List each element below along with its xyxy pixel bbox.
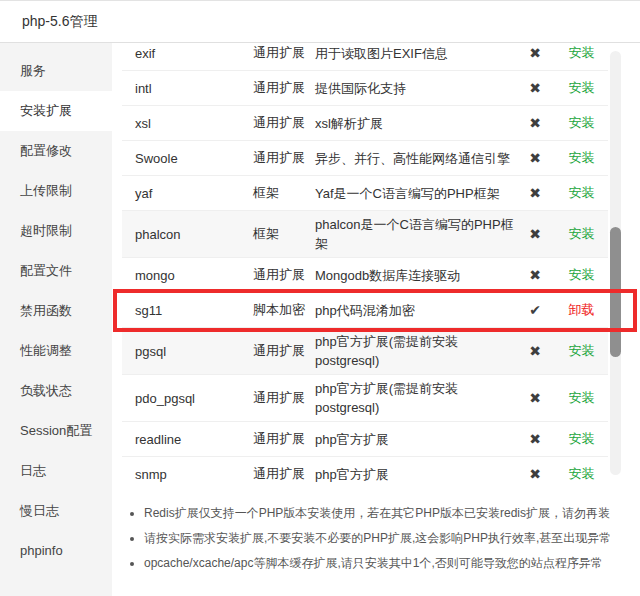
sidebar-item-label: Session配置: [20, 423, 92, 438]
sidebar-item-日志[interactable]: 日志: [0, 451, 112, 491]
extension-description: php官方扩展(需提前安装postgresql): [315, 379, 515, 417]
sidebar-item-配置文件[interactable]: 配置文件: [0, 251, 112, 291]
extension-description: Mongodb数据库连接驱动: [315, 266, 515, 285]
extension-description: php官方扩展(需提前安装postgresql): [315, 332, 515, 370]
extension-name: sg11: [135, 303, 253, 318]
extension-type: 通用扩展: [253, 114, 315, 132]
install-link-yaf[interactable]: 安装: [569, 185, 595, 200]
sidebar-item-上传限制[interactable]: 上传限制: [0, 171, 112, 211]
check-icon: ✔: [529, 302, 541, 318]
php-manage-dialog: php-5.6管理 服务 安装扩展 配置修改 上传限制 超时限制 配置文件 禁用…: [0, 0, 640, 596]
sidebar-item-安装扩展[interactable]: 安装扩展: [0, 91, 112, 131]
extension-description: phalcon是一个C语言编写的PHP框架: [315, 215, 515, 253]
sidebar-item-label: 负载状态: [20, 383, 72, 398]
sidebar-item-超时限制[interactable]: 超时限制: [0, 211, 112, 251]
sidebar-item-label: 上传限制: [20, 183, 72, 198]
cross-icon: ✖: [529, 390, 541, 406]
notes-section: Redis扩展仅支持一个PHP版本安装使用，若在其它PHP版本已安装redis扩…: [128, 501, 632, 576]
extension-description: xsl解析扩展: [315, 114, 515, 133]
table-row-exif: exif 通用扩展 用于读取图片EXIF信息 ✖ 安装: [122, 43, 608, 71]
table-row-snmp: snmp 通用扩展 php官方扩展 ✖ 安装: [122, 457, 608, 483]
sidebar-item-label: 配置文件: [20, 263, 72, 278]
extension-type: 通用扩展: [253, 430, 315, 448]
scrollbar-track[interactable]: [610, 51, 621, 475]
install-link-mongo[interactable]: 安装: [569, 267, 595, 282]
dialog-titlebar: php-5.6管理: [0, 1, 640, 43]
install-link-readline[interactable]: 安装: [569, 431, 595, 446]
sidebar-item-Session配置[interactable]: Session配置: [0, 411, 112, 451]
extension-name: yaf: [135, 186, 253, 201]
extension-type: 通用扩展: [253, 149, 315, 167]
sidebar-item-label: 禁用函数: [20, 303, 72, 318]
table-row-intl: intl 通用扩展 提供国际化支持 ✖ 安装: [122, 71, 608, 106]
content-panel: exif 通用扩展 用于读取图片EXIF信息 ✖ 安装 intl 通用扩展 提供…: [112, 43, 640, 596]
install-link-xsl[interactable]: 安装: [569, 115, 595, 130]
table-row-pgsql: pgsql 通用扩展 php官方扩展(需提前安装postgresql) ✖ 安装: [122, 328, 608, 375]
cross-icon: ✖: [529, 150, 541, 166]
sidebar-item-label: 配置修改: [20, 143, 72, 158]
cross-icon: ✖: [529, 185, 541, 201]
extension-type: 脚本加密: [253, 301, 315, 319]
dialog-title: php-5.6管理: [22, 13, 97, 31]
table-row-Swoole: Swoole 通用扩展 异步、并行、高性能网络通信引擎 ✖ 安装: [122, 141, 608, 176]
sidebar-item-配置修改[interactable]: 配置修改: [0, 131, 112, 171]
extension-name: pgsql: [135, 344, 253, 359]
extensions-table: exif 通用扩展 用于读取图片EXIF信息 ✖ 安装 intl 通用扩展 提供…: [122, 43, 608, 483]
scrollbar-thumb[interactable]: [610, 227, 621, 357]
extension-description: php代码混淆加密: [315, 301, 515, 320]
note-item: opcache/xcache/apc等脚本缓存扩展,请只安装其中1个,否则可能导…: [144, 551, 632, 576]
install-link-snmp[interactable]: 安装: [569, 466, 595, 481]
cross-icon: ✖: [529, 226, 541, 242]
extension-name: xsl: [135, 116, 253, 131]
sidebar-item-label: 慢日志: [20, 503, 59, 518]
table-row-pdo_pgsql: pdo_pgsql 通用扩展 php官方扩展(需提前安装postgresql) …: [122, 375, 608, 422]
cross-icon: ✖: [529, 267, 541, 283]
extension-type: 通用扩展: [253, 465, 315, 483]
sidebar-item-label: 日志: [20, 463, 46, 478]
sidebar-item-服务[interactable]: 服务: [0, 51, 112, 91]
sidebar-item-label: 服务: [20, 63, 46, 78]
table-row-mongo: mongo 通用扩展 Mongodb数据库连接驱动 ✖ 安装: [122, 258, 608, 293]
cross-icon: ✖: [529, 431, 541, 447]
sidebar-item-label: 性能调整: [20, 343, 72, 358]
extension-description: php官方扩展: [315, 465, 515, 484]
sidebar-item-phpinfo[interactable]: phpinfo: [0, 531, 112, 571]
sidebar-item-性能调整[interactable]: 性能调整: [0, 331, 112, 371]
extension-description: php官方扩展: [315, 430, 515, 449]
sidebar: 服务 安装扩展 配置修改 上传限制 超时限制 配置文件 禁用函数 性能调整 负载…: [0, 43, 112, 596]
sidebar-item-负载状态[interactable]: 负载状态: [0, 371, 112, 411]
table-row-readline: readline 通用扩展 php官方扩展 ✖ 安装: [122, 422, 608, 457]
cross-icon: ✖: [529, 80, 541, 96]
uninstall-link-sg11[interactable]: 卸载: [569, 302, 595, 317]
install-link-Swoole[interactable]: 安装: [569, 150, 595, 165]
extension-type: 通用扩展: [253, 44, 315, 62]
table-row-phalcon: phalcon 框架 phalcon是一个C语言编写的PHP框架 ✖ 安装: [122, 211, 608, 258]
extension-name: phalcon: [135, 227, 253, 242]
extension-description: 提供国际化支持: [315, 79, 515, 98]
extension-name: readline: [135, 432, 253, 447]
extension-name: exif: [135, 46, 253, 61]
sidebar-item-label: 超时限制: [20, 223, 72, 238]
sidebar-item-label: 安装扩展: [20, 103, 72, 118]
install-link-exif[interactable]: 安装: [569, 45, 595, 60]
install-link-intl[interactable]: 安装: [569, 80, 595, 95]
extension-name: snmp: [135, 467, 253, 482]
note-item: 请按实际需求安装扩展,不要安装不必要的PHP扩展,这会影响PHP执行效率,甚至出…: [144, 526, 632, 551]
cross-icon: ✖: [529, 45, 541, 61]
extension-name: intl: [135, 81, 253, 96]
install-link-pgsql[interactable]: 安装: [569, 343, 595, 358]
install-link-phalcon[interactable]: 安装: [569, 226, 595, 241]
sidebar-item-禁用函数[interactable]: 禁用函数: [0, 291, 112, 331]
sidebar-item-label: phpinfo: [20, 543, 63, 558]
extension-type: 框架: [253, 184, 315, 202]
cross-icon: ✖: [529, 466, 541, 482]
cross-icon: ✖: [529, 343, 541, 359]
extension-description: Yaf是一个C语言编写的PHP框架: [315, 184, 515, 203]
table-row-xsl: xsl 通用扩展 xsl解析扩展 ✖ 安装: [122, 106, 608, 141]
extension-name: Swoole: [135, 151, 253, 166]
extension-description: 异步、并行、高性能网络通信引擎: [315, 149, 515, 168]
table-row-sg11: sg11 脚本加密 php代码混淆加密 ✔ 卸载: [122, 293, 608, 328]
sidebar-item-慢日志[interactable]: 慢日志: [0, 491, 112, 531]
install-link-pdo_pgsql[interactable]: 安装: [569, 390, 595, 405]
extension-type: 通用扩展: [253, 389, 315, 407]
